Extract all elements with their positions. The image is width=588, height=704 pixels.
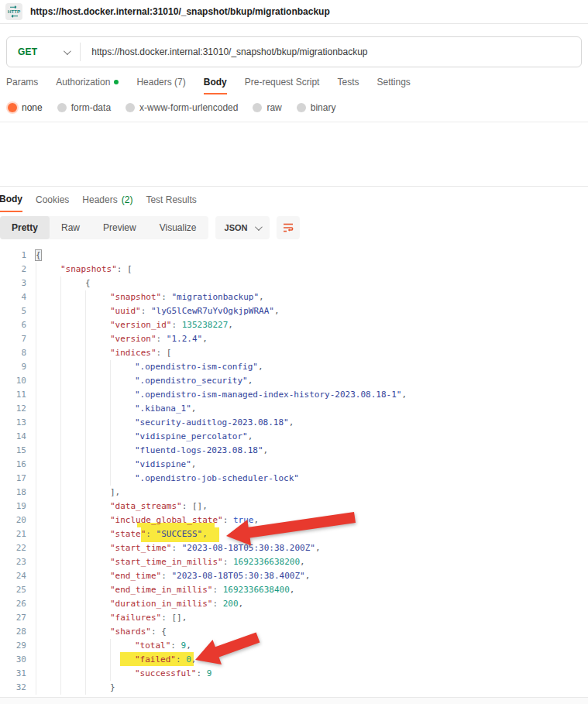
response-tabs: BodyCookiesHeaders(2)Test Results [0, 187, 588, 212]
line-number: 17 [0, 472, 26, 486]
radio-icon [8, 103, 17, 112]
radio-icon [126, 103, 135, 112]
line-number: 9 [0, 360, 26, 374]
line-number: 24 [0, 569, 26, 583]
line-number: 30 [0, 653, 26, 667]
line-number: 32 [0, 681, 26, 695]
code-line: 1{ [0, 249, 588, 263]
request-tab-body[interactable]: Body [204, 77, 227, 94]
line-number: 12 [0, 402, 26, 416]
code-line: 31"successful": 9 [0, 667, 588, 681]
code-line: 23"start_time_in_millis": 1692336638200, [0, 555, 588, 569]
tab-label: Settings [377, 77, 410, 88]
chevron-down-icon [64, 47, 71, 55]
radio-label: raw [266, 102, 281, 113]
line-number: 21 [0, 527, 26, 541]
bottom-bar [0, 697, 588, 704]
view-raw[interactable]: Raw [50, 216, 91, 239]
line-number: 3 [0, 276, 26, 290]
method-selector[interactable]: GET [7, 46, 80, 57]
response-tab-cookies[interactable]: Cookies [36, 193, 69, 212]
line-number: 23 [0, 555, 26, 569]
request-tab-params[interactable]: Params [6, 77, 38, 93]
code-line: 7"version": "1.2.4", [0, 332, 588, 346]
code-line: 4"snapshot": "migrationbackup", [0, 290, 588, 304]
line-number: 4 [0, 290, 26, 304]
code-line: 6"version_id": 135238227, [0, 318, 588, 332]
code-line: 21"state": "SUCCESS", [0, 527, 588, 541]
code-line: 5"uuid": "lyG5lCewR7uYvOgkjpWRAA", [0, 304, 588, 318]
code-line: 8"indices": [ [0, 346, 588, 360]
url-input[interactable] [91, 37, 581, 67]
line-number: 25 [0, 583, 26, 597]
response-tab-headers[interactable]: Headers(2) [82, 193, 132, 212]
body-mode-x-www-form-urlencoded[interactable]: x-www-form-urlencoded [126, 102, 238, 113]
radio-icon [253, 103, 262, 112]
code-line: 2"snapshots": [ [0, 263, 588, 276]
radio-label: form-data [71, 102, 111, 113]
request-tab-headers-7[interactable]: Headers (7) [136, 77, 185, 93]
code-line: 16"vidispine", [0, 458, 588, 472]
tab-label: Headers [82, 194, 117, 205]
tab-count: (2) [122, 194, 133, 205]
line-number: 22 [0, 541, 26, 555]
view-pretty[interactable]: Pretty [0, 216, 50, 239]
code-line: 32} [0, 681, 588, 695]
request-tab-authorization[interactable]: Authorization [56, 77, 119, 93]
view-preview[interactable]: Preview [91, 216, 148, 239]
request-tab-settings[interactable]: Settings [377, 77, 410, 93]
line-number: 20 [0, 513, 26, 527]
chevron-down-icon [254, 223, 262, 231]
body-mode-none[interactable]: none [8, 102, 43, 113]
request-body-empty-area [0, 122, 588, 186]
code-line: 27"failures": [], [0, 611, 588, 625]
code-line: 3{ [0, 276, 588, 290]
request-tab-title: https://host.docker.internal:31010/_snap… [30, 6, 330, 17]
line-number: 2 [0, 263, 26, 276]
radio-label: none [22, 102, 43, 113]
tab-label: Params [6, 77, 38, 88]
tab-label: Body [0, 194, 22, 204]
line-number: 16 [0, 458, 26, 472]
response-tab-body[interactable]: Body [0, 193, 22, 212]
request-tab-tests[interactable]: Tests [337, 77, 359, 93]
code-line: 9".opendistro-ism-config", [0, 360, 588, 374]
tab-label: Authorization [56, 77, 110, 88]
response-toolbar: PrettyRawPreviewVisualize JSON [0, 216, 588, 239]
radio-icon [297, 103, 306, 112]
code-line: 18], [0, 486, 588, 500]
request-titlebar: HTTP https://host.docker.internal:31010/… [0, 0, 588, 24]
line-number: 28 [0, 625, 26, 639]
line-number: 5 [0, 304, 26, 318]
tab-label: Headers (7) [136, 77, 185, 88]
line-number: 7 [0, 332, 26, 346]
body-mode-raw[interactable]: raw [253, 102, 281, 113]
tab-label: Pre-request Script [245, 77, 320, 88]
svg-text:HTTP: HTTP [8, 9, 20, 14]
code-line: 10".opendistro_security", [0, 374, 588, 388]
wrap-lines-button[interactable] [277, 216, 300, 239]
code-line: 11".opendistro-ism-managed-index-history… [0, 388, 588, 402]
code-line: 29"total": 9, [0, 639, 588, 653]
request-tab-pre-request-script[interactable]: Pre-request Script [245, 77, 320, 93]
code-line: 28"shards": { [0, 625, 588, 639]
code-line: 30"failed": 0, [0, 653, 588, 667]
code-line: 22"start_time": "2023-08-18T05:30:38.200… [0, 541, 588, 555]
line-number: 8 [0, 346, 26, 360]
code-line: 15"fluentd-logs-2023.08.18", [0, 444, 588, 458]
response-tab-test-results[interactable]: Test Results [146, 193, 196, 212]
body-mode-binary[interactable]: binary [297, 102, 336, 113]
language-selector[interactable]: JSON [215, 216, 270, 239]
code-line: 26"duration_in_millis": 200, [0, 597, 588, 611]
code-line: 24"end_time": "2023-08-18T05:30:38.400Z"… [0, 569, 588, 583]
url-box: GET [6, 36, 582, 67]
response-body-code[interactable]: 1{2"snapshots": [3{4"snapshot": "migrati… [0, 249, 588, 690]
method-label: GET [18, 46, 37, 57]
response-view-switch: PrettyRawPreviewVisualize [0, 216, 208, 239]
tab-label: Tests [337, 77, 359, 88]
line-number: 31 [0, 667, 26, 681]
body-mode-form-data[interactable]: form-data [57, 102, 111, 113]
line-number: 29 [0, 639, 26, 653]
view-visualize[interactable]: Visualize [148, 216, 208, 239]
line-number: 19 [0, 500, 26, 513]
